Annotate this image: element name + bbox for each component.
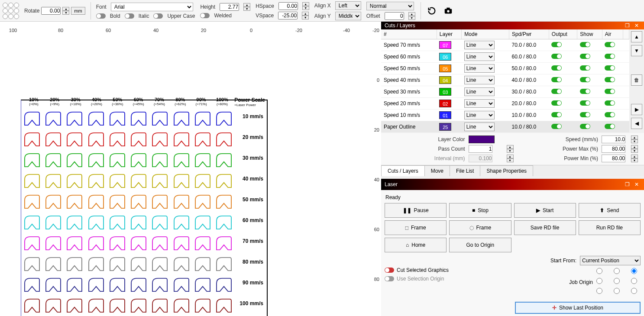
test-shape[interactable]: [66, 215, 83, 230]
test-shape[interactable]: [130, 153, 147, 168]
show-toggle[interactable]: [580, 100, 590, 106]
test-shape[interactable]: [173, 194, 190, 209]
test-shape[interactable]: [45, 277, 61, 292]
test-shape[interactable]: [109, 236, 126, 251]
show-toggle[interactable]: [580, 89, 590, 94]
test-shape[interactable]: [152, 236, 168, 251]
powermax-input[interactable]: [602, 145, 625, 153]
test-shape[interactable]: [88, 257, 104, 271]
test-shape[interactable]: [24, 194, 40, 209]
offset-input[interactable]: [385, 12, 404, 20]
test-shape[interactable]: [152, 298, 168, 313]
height-input[interactable]: [220, 3, 239, 11]
stop-button[interactable]: ■Stop: [449, 203, 511, 218]
layer-delete-button[interactable]: 🗑: [631, 74, 642, 86]
test-shape[interactable]: [88, 215, 104, 230]
test-shape[interactable]: [130, 132, 147, 147]
test-shape[interactable]: [45, 111, 61, 126]
test-shape[interactable]: [194, 298, 211, 313]
output-toggle[interactable]: [551, 65, 562, 71]
test-shape[interactable]: [173, 277, 190, 292]
test-shape[interactable]: [24, 174, 40, 188]
rotate-input[interactable]: [41, 7, 61, 15]
test-shape[interactable]: [66, 236, 83, 251]
test-shape[interactable]: [173, 153, 190, 168]
test-shape[interactable]: [45, 174, 61, 188]
test-shape[interactable]: [45, 194, 61, 209]
show-toggle[interactable]: [580, 54, 590, 59]
test-shape[interactable]: [173, 132, 190, 147]
test-shape[interactable]: [194, 215, 211, 230]
restore-icon[interactable]: ❐: [623, 181, 631, 188]
test-shape[interactable]: [45, 132, 61, 147]
canvas-area[interactable]: 100806040200-20-40 -20020406080 10%(=0%)…: [0, 22, 381, 316]
test-shape[interactable]: [194, 257, 211, 271]
test-shape[interactable]: [194, 111, 211, 126]
nav-left-button[interactable]: ◀: [631, 118, 642, 129]
test-shape[interactable]: [88, 111, 104, 126]
mode-select[interactable]: Line: [464, 52, 495, 61]
test-shape[interactable]: [24, 298, 40, 313]
test-shape[interactable]: [152, 174, 168, 188]
show-toggle[interactable]: [580, 65, 590, 71]
test-shape[interactable]: [216, 298, 232, 313]
test-shape[interactable]: [173, 174, 190, 188]
air-toggle[interactable]: [605, 112, 615, 117]
restore-icon[interactable]: ❐: [623, 22, 631, 29]
test-shape[interactable]: [109, 277, 126, 292]
test-shape[interactable]: [216, 132, 232, 147]
test-shape[interactable]: [24, 277, 40, 292]
test-shape[interactable]: [216, 111, 232, 126]
test-shape[interactable]: [194, 194, 211, 209]
test-shape[interactable]: [194, 174, 211, 188]
layer-row[interactable]: Speed 10 mm/s01Line10.0 / 80.0: [381, 110, 629, 121]
mode-select[interactable]: Line: [464, 123, 495, 131]
cut-selected-toggle[interactable]: [385, 268, 394, 273]
nav-right-button[interactable]: ▶: [631, 104, 642, 115]
test-shape[interactable]: [45, 215, 61, 230]
test-shape[interactable]: [109, 194, 126, 209]
speed-input[interactable]: [602, 135, 625, 143]
tab-cuts-layers[interactable]: Cuts / Layers: [381, 165, 425, 176]
layer-row[interactable]: Speed 50 mm/s05Line50.0 / 80.0: [381, 63, 629, 74]
test-shape[interactable]: [216, 257, 232, 271]
test-shape[interactable]: [173, 215, 190, 230]
test-shape[interactable]: [152, 215, 168, 230]
test-shape[interactable]: [24, 215, 40, 230]
mode-select[interactable]: Line: [464, 64, 495, 73]
test-shape[interactable]: [88, 194, 104, 209]
refresh-icon[interactable]: [426, 5, 437, 16]
tab-shape-properties[interactable]: Shape Properties: [480, 165, 533, 176]
send-button[interactable]: ⬆Send: [579, 203, 641, 218]
style-select[interactable]: Normal: [366, 2, 414, 10]
test-shape[interactable]: [152, 153, 168, 168]
test-shape[interactable]: [88, 236, 104, 251]
font-select[interactable]: Arial: [111, 3, 193, 11]
passcount-input[interactable]: [469, 145, 492, 153]
layer-up-button[interactable]: ▲: [631, 31, 642, 42]
test-shape[interactable]: [130, 194, 147, 209]
test-shape[interactable]: [216, 236, 232, 251]
test-shape[interactable]: [152, 111, 168, 126]
test-shape[interactable]: [152, 194, 168, 209]
layer-row[interactable]: Speed 70 mm/s07Line70.0 / 80.0: [381, 39, 629, 51]
show-toggle[interactable]: [580, 42, 590, 47]
test-shape[interactable]: [109, 298, 126, 313]
rotate-spinner[interactable]: ▲▼: [62, 7, 69, 15]
test-shape[interactable]: [88, 277, 104, 292]
test-shape[interactable]: [130, 236, 147, 251]
test-shape[interactable]: [45, 298, 61, 313]
output-toggle[interactable]: [551, 100, 562, 106]
layer-row[interactable]: Speed 30 mm/s03Line30.0 / 80.0: [381, 86, 629, 98]
home-button[interactable]: ⌂Home: [385, 238, 447, 252]
output-toggle[interactable]: [551, 77, 562, 82]
test-shape[interactable]: [109, 257, 126, 271]
test-shape[interactable]: [130, 111, 147, 126]
show-toggle[interactable]: [580, 124, 590, 129]
close-icon[interactable]: ✕: [633, 22, 641, 29]
layer-row[interactable]: Speed 60 mm/s06Line60.0 / 80.0: [381, 51, 629, 63]
test-shape[interactable]: [194, 236, 211, 251]
output-toggle[interactable]: [551, 89, 562, 94]
show-last-position-button[interactable]: ✛Show Last Position: [515, 302, 641, 314]
test-shape[interactable]: [24, 236, 40, 251]
